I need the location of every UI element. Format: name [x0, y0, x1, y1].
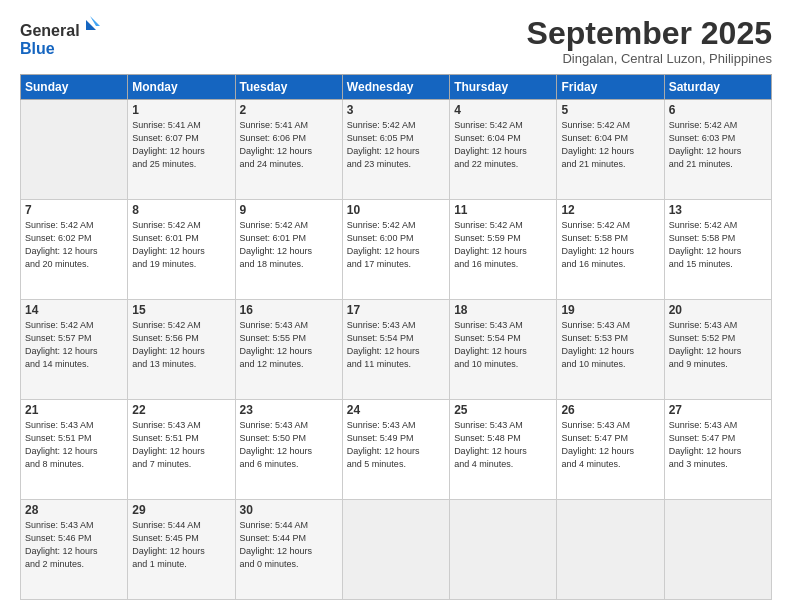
day-number: 14: [25, 303, 123, 317]
day-number: 30: [240, 503, 338, 517]
calendar-cell: 9Sunrise: 5:42 AMSunset: 6:01 PMDaylight…: [235, 200, 342, 300]
calendar-cell: [342, 500, 449, 600]
day-info: Sunrise: 5:42 AMSunset: 6:00 PMDaylight:…: [347, 219, 445, 271]
weekday-header: Tuesday: [235, 75, 342, 100]
day-info: Sunrise: 5:41 AMSunset: 6:06 PMDaylight:…: [240, 119, 338, 171]
day-number: 6: [669, 103, 767, 117]
day-number: 2: [240, 103, 338, 117]
day-number: 12: [561, 203, 659, 217]
calendar-cell: 5Sunrise: 5:42 AMSunset: 6:04 PMDaylight…: [557, 100, 664, 200]
calendar-cell: 6Sunrise: 5:42 AMSunset: 6:03 PMDaylight…: [664, 100, 771, 200]
day-number: 23: [240, 403, 338, 417]
day-info: Sunrise: 5:42 AMSunset: 5:57 PMDaylight:…: [25, 319, 123, 371]
day-number: 9: [240, 203, 338, 217]
calendar-week-row: 28Sunrise: 5:43 AMSunset: 5:46 PMDayligh…: [21, 500, 772, 600]
day-info: Sunrise: 5:43 AMSunset: 5:51 PMDaylight:…: [132, 419, 230, 471]
calendar-week-row: 21Sunrise: 5:43 AMSunset: 5:51 PMDayligh…: [21, 400, 772, 500]
day-info: Sunrise: 5:43 AMSunset: 5:54 PMDaylight:…: [454, 319, 552, 371]
calendar-cell: 2Sunrise: 5:41 AMSunset: 6:06 PMDaylight…: [235, 100, 342, 200]
month-title: September 2025: [527, 16, 772, 51]
day-info: Sunrise: 5:43 AMSunset: 5:47 PMDaylight:…: [669, 419, 767, 471]
day-number: 16: [240, 303, 338, 317]
day-number: 11: [454, 203, 552, 217]
page: General Blue September 2025 Dingalan, Ce…: [0, 0, 792, 612]
location: Dingalan, Central Luzon, Philippines: [527, 51, 772, 66]
day-info: Sunrise: 5:43 AMSunset: 5:52 PMDaylight:…: [669, 319, 767, 371]
title-block: September 2025 Dingalan, Central Luzon, …: [527, 16, 772, 66]
calendar-cell: 18Sunrise: 5:43 AMSunset: 5:54 PMDayligh…: [450, 300, 557, 400]
calendar-cell: 30Sunrise: 5:44 AMSunset: 5:44 PMDayligh…: [235, 500, 342, 600]
logo: General Blue: [20, 16, 100, 60]
day-info: Sunrise: 5:42 AMSunset: 5:58 PMDaylight:…: [669, 219, 767, 271]
calendar-cell: 22Sunrise: 5:43 AMSunset: 5:51 PMDayligh…: [128, 400, 235, 500]
day-info: Sunrise: 5:44 AMSunset: 5:45 PMDaylight:…: [132, 519, 230, 571]
svg-text:General: General: [20, 22, 80, 39]
calendar-cell: 13Sunrise: 5:42 AMSunset: 5:58 PMDayligh…: [664, 200, 771, 300]
calendar-cell: 12Sunrise: 5:42 AMSunset: 5:58 PMDayligh…: [557, 200, 664, 300]
calendar-cell: [21, 100, 128, 200]
calendar-cell: 26Sunrise: 5:43 AMSunset: 5:47 PMDayligh…: [557, 400, 664, 500]
calendar-cell: 3Sunrise: 5:42 AMSunset: 6:05 PMDaylight…: [342, 100, 449, 200]
day-number: 20: [669, 303, 767, 317]
logo-svg: General Blue: [20, 16, 100, 60]
day-info: Sunrise: 5:42 AMSunset: 6:04 PMDaylight:…: [561, 119, 659, 171]
calendar-cell: 7Sunrise: 5:42 AMSunset: 6:02 PMDaylight…: [21, 200, 128, 300]
day-number: 8: [132, 203, 230, 217]
calendar-cell: 8Sunrise: 5:42 AMSunset: 6:01 PMDaylight…: [128, 200, 235, 300]
weekday-header: Thursday: [450, 75, 557, 100]
day-number: 28: [25, 503, 123, 517]
calendar-cell: [557, 500, 664, 600]
calendar-cell: [664, 500, 771, 600]
day-number: 15: [132, 303, 230, 317]
day-info: Sunrise: 5:42 AMSunset: 6:05 PMDaylight:…: [347, 119, 445, 171]
calendar-cell: 16Sunrise: 5:43 AMSunset: 5:55 PMDayligh…: [235, 300, 342, 400]
day-number: 10: [347, 203, 445, 217]
day-number: 4: [454, 103, 552, 117]
calendar-cell: 20Sunrise: 5:43 AMSunset: 5:52 PMDayligh…: [664, 300, 771, 400]
header: General Blue September 2025 Dingalan, Ce…: [20, 16, 772, 66]
calendar-week-row: 1Sunrise: 5:41 AMSunset: 6:07 PMDaylight…: [21, 100, 772, 200]
calendar-cell: 29Sunrise: 5:44 AMSunset: 5:45 PMDayligh…: [128, 500, 235, 600]
day-number: 26: [561, 403, 659, 417]
day-info: Sunrise: 5:43 AMSunset: 5:46 PMDaylight:…: [25, 519, 123, 571]
svg-marker-3: [90, 16, 100, 26]
day-info: Sunrise: 5:43 AMSunset: 5:49 PMDaylight:…: [347, 419, 445, 471]
svg-text:Blue: Blue: [20, 40, 55, 57]
calendar-week-row: 14Sunrise: 5:42 AMSunset: 5:57 PMDayligh…: [21, 300, 772, 400]
calendar-cell: 17Sunrise: 5:43 AMSunset: 5:54 PMDayligh…: [342, 300, 449, 400]
calendar-cell: 21Sunrise: 5:43 AMSunset: 5:51 PMDayligh…: [21, 400, 128, 500]
calendar-cell: 23Sunrise: 5:43 AMSunset: 5:50 PMDayligh…: [235, 400, 342, 500]
calendar-cell: 10Sunrise: 5:42 AMSunset: 6:00 PMDayligh…: [342, 200, 449, 300]
day-number: 24: [347, 403, 445, 417]
day-info: Sunrise: 5:42 AMSunset: 6:02 PMDaylight:…: [25, 219, 123, 271]
day-info: Sunrise: 5:44 AMSunset: 5:44 PMDaylight:…: [240, 519, 338, 571]
weekday-header: Saturday: [664, 75, 771, 100]
day-info: Sunrise: 5:43 AMSunset: 5:54 PMDaylight:…: [347, 319, 445, 371]
day-info: Sunrise: 5:43 AMSunset: 5:48 PMDaylight:…: [454, 419, 552, 471]
day-number: 18: [454, 303, 552, 317]
day-info: Sunrise: 5:43 AMSunset: 5:47 PMDaylight:…: [561, 419, 659, 471]
day-number: 25: [454, 403, 552, 417]
day-info: Sunrise: 5:42 AMSunset: 5:59 PMDaylight:…: [454, 219, 552, 271]
day-info: Sunrise: 5:43 AMSunset: 5:55 PMDaylight:…: [240, 319, 338, 371]
calendar-cell: 1Sunrise: 5:41 AMSunset: 6:07 PMDaylight…: [128, 100, 235, 200]
day-number: 27: [669, 403, 767, 417]
day-number: 22: [132, 403, 230, 417]
day-number: 29: [132, 503, 230, 517]
day-number: 19: [561, 303, 659, 317]
calendar-cell: 14Sunrise: 5:42 AMSunset: 5:57 PMDayligh…: [21, 300, 128, 400]
day-number: 21: [25, 403, 123, 417]
day-number: 1: [132, 103, 230, 117]
calendar-week-row: 7Sunrise: 5:42 AMSunset: 6:02 PMDaylight…: [21, 200, 772, 300]
day-info: Sunrise: 5:42 AMSunset: 6:03 PMDaylight:…: [669, 119, 767, 171]
day-info: Sunrise: 5:43 AMSunset: 5:51 PMDaylight:…: [25, 419, 123, 471]
calendar-cell: 4Sunrise: 5:42 AMSunset: 6:04 PMDaylight…: [450, 100, 557, 200]
weekday-header: Friday: [557, 75, 664, 100]
day-info: Sunrise: 5:43 AMSunset: 5:53 PMDaylight:…: [561, 319, 659, 371]
calendar-cell: 28Sunrise: 5:43 AMSunset: 5:46 PMDayligh…: [21, 500, 128, 600]
day-number: 17: [347, 303, 445, 317]
calendar-cell: 27Sunrise: 5:43 AMSunset: 5:47 PMDayligh…: [664, 400, 771, 500]
calendar: SundayMondayTuesdayWednesdayThursdayFrid…: [20, 74, 772, 600]
weekday-header-row: SundayMondayTuesdayWednesdayThursdayFrid…: [21, 75, 772, 100]
calendar-cell: 15Sunrise: 5:42 AMSunset: 5:56 PMDayligh…: [128, 300, 235, 400]
